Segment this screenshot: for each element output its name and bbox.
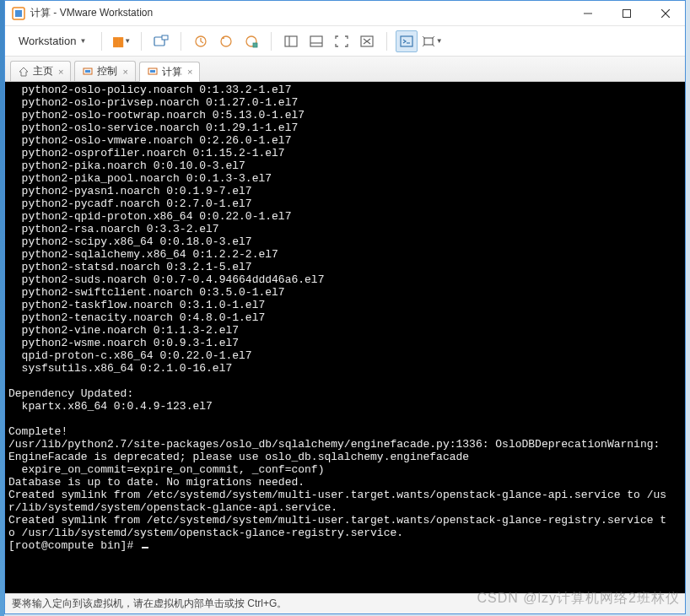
svg-point-9 — [221, 36, 231, 46]
separator — [271, 32, 272, 51]
snapshot-take-button[interactable] — [190, 30, 212, 52]
chevron-down-icon: ▼ — [79, 37, 86, 45]
minimize-button[interactable] — [569, 1, 607, 26]
toolbar: Workstation ▼ ▮▮▼ ▼ — [5, 26, 685, 57]
app-window: 计算 - VMware Workstation Workstation ▼ ▮▮… — [4, 0, 686, 614]
home-icon — [18, 66, 30, 78]
vm-icon — [82, 66, 94, 78]
stretch-button[interactable]: ▼ — [421, 30, 443, 52]
snapshot-button[interactable] — [150, 30, 172, 52]
cursor — [142, 547, 148, 548]
statusbar-hint: 要将输入定向到该虚拟机，请在虚拟机内部单击或按 Ctrl+G。 — [12, 597, 287, 611]
svg-rect-12 — [285, 36, 297, 46]
svg-rect-7 — [162, 35, 168, 40]
fullscreen-icon — [335, 35, 348, 47]
clock-back-icon — [219, 35, 233, 48]
clock-icon — [194, 35, 208, 48]
separator — [181, 32, 181, 51]
tab-control[interactable]: 控制 × — [74, 61, 135, 81]
separator — [101, 32, 102, 51]
layout-single-icon — [284, 35, 298, 47]
close-icon[interactable]: × — [58, 67, 63, 77]
statusbar: 要将输入定向到该虚拟机，请在虚拟机内部单击或按 Ctrl+G。 — [5, 593, 685, 613]
svg-rect-1 — [15, 10, 22, 17]
svg-rect-19 — [424, 38, 433, 45]
window-title: 计算 - VMware Workstation — [30, 6, 569, 20]
clock-manage-icon — [245, 35, 258, 48]
tabbar: 主页 × 控制 × 计算 × — [5, 57, 685, 82]
shell-prompt: [root@compute bin]# — [8, 539, 140, 552]
workstation-menu[interactable]: Workstation ▼ — [12, 31, 93, 51]
vm-console[interactable]: python2-oslo-policy.noarch 0:1.33.2-1.el… — [5, 82, 685, 593]
close-icon[interactable]: × — [187, 67, 192, 77]
terminal-output: python2-oslo-policy.noarch 0:1.33.2-1.el… — [8, 84, 666, 539]
console-icon — [400, 35, 413, 47]
close-button[interactable] — [646, 1, 685, 26]
unity-button[interactable] — [356, 30, 378, 52]
tab-compute[interactable]: 计算 × — [139, 62, 200, 82]
layout-thumb-icon — [310, 35, 323, 47]
separator — [141, 32, 142, 51]
pause-icon: ▮▮ — [112, 34, 122, 49]
chevron-down-icon: ▼ — [124, 37, 131, 45]
fullscreen-button[interactable] — [331, 30, 353, 52]
vmware-app-icon — [12, 7, 25, 20]
vm-icon — [147, 66, 159, 78]
separator — [386, 32, 387, 51]
maximize-button[interactable] — [607, 1, 646, 26]
tab-label: 控制 — [97, 64, 117, 78]
view-single-button[interactable] — [280, 30, 302, 52]
svg-rect-3 — [623, 10, 631, 18]
snapshot-icon — [154, 35, 169, 48]
chevron-down-icon: ▼ — [436, 37, 443, 45]
console-view-button[interactable] — [396, 30, 418, 52]
svg-rect-23 — [150, 70, 155, 73]
snapshot-revert-button[interactable] — [215, 30, 237, 52]
svg-rect-14 — [310, 36, 322, 46]
view-thumbnail-button[interactable] — [305, 30, 327, 52]
snapshot-manager-button[interactable] — [240, 30, 262, 52]
pause-button[interactable]: ▮▮▼ — [111, 30, 132, 52]
stretch-icon — [422, 35, 435, 47]
workstation-menu-label: Workstation — [19, 35, 76, 47]
tab-label: 计算 — [162, 65, 182, 79]
titlebar: 计算 - VMware Workstation — [5, 1, 685, 26]
unity-icon — [360, 35, 374, 47]
close-icon[interactable]: × — [122, 67, 127, 77]
tab-label: 主页 — [33, 64, 53, 78]
svg-rect-11 — [253, 43, 257, 47]
tab-home[interactable]: 主页 × — [10, 61, 71, 81]
svg-rect-21 — [85, 70, 90, 73]
